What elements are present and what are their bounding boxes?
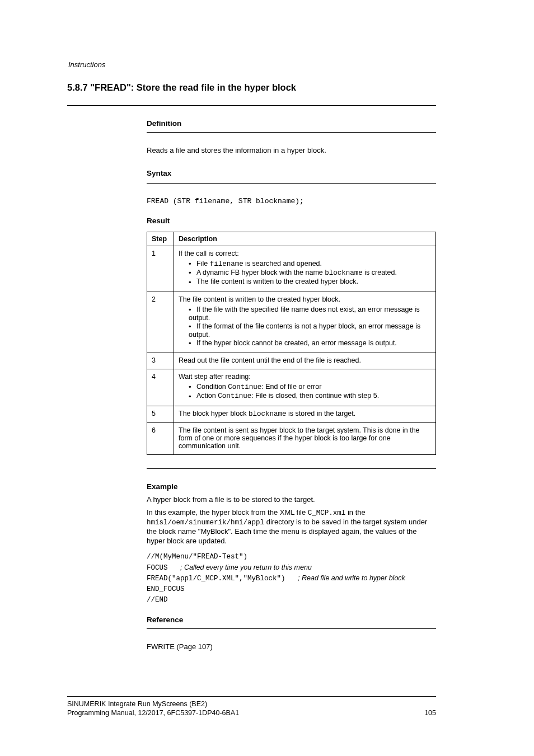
- table-row: 6The file content is sent as hyper block…: [147, 422, 436, 454]
- breadcrumb: Instructions: [68, 60, 105, 69]
- code-line: FOCUS ; Called every time you return to …: [147, 562, 436, 574]
- list-item: A dynamic FB hyper block with the name b…: [189, 269, 431, 277]
- step-number: 6: [147, 422, 174, 454]
- table-header-row: Step Description: [147, 232, 436, 246]
- result-table: Step Description 1If the call is correct…: [147, 232, 436, 455]
- definition-text: Reads a file and stores the information …: [147, 146, 436, 154]
- col-step: Step: [147, 232, 174, 246]
- footer-left: SINUMERIK Integrate Run MyScreens (BE2): [67, 700, 207, 708]
- example-text: A hyper block from a file is to be store…: [147, 495, 436, 546]
- table-row: 4Wait step after reading:Condition Conti…: [147, 369, 436, 406]
- step-number: 2: [147, 292, 174, 353]
- list-item: Action Continue: File is closed, then co…: [189, 392, 431, 400]
- page-footer: SINUMERIK Integrate Run MyScreens (BE2) …: [67, 696, 436, 717]
- list-item: The file content is written to the creat…: [189, 278, 431, 286]
- code-line: //END: [147, 595, 436, 605]
- step-description: Wait step after reading:Condition Contin…: [174, 369, 436, 406]
- code-line: //M(MyMenu/"FREAD-Test"): [147, 552, 436, 562]
- divider: [147, 183, 436, 184]
- syntax-title: Syntax: [147, 169, 436, 177]
- divider: [147, 628, 436, 629]
- reference-title: Reference: [147, 616, 436, 624]
- list-item: If the file with the specified file name…: [189, 306, 431, 322]
- step-description: The block hyper block blockname is store…: [174, 406, 436, 422]
- divider: [147, 468, 436, 469]
- divider: [67, 105, 436, 106]
- example-code: //M(MyMenu/"FREAD-Test")FOCUS ; Called e…: [147, 552, 436, 605]
- col-desc: Description: [174, 232, 436, 246]
- step-number: 1: [147, 246, 174, 292]
- footer-line2-left: Programming Manual, 12/2017, 6FC5397-1DP…: [67, 709, 239, 717]
- list-item: If the format of the file contents is no…: [189, 322, 431, 339]
- table-row: 3Read out the file content until the end…: [147, 353, 436, 369]
- list-item: If the hyper block cannot be created, an…: [189, 339, 431, 348]
- syntax-code: FREAD (STR filename, STR blockname);: [147, 197, 436, 205]
- example-title: Example: [147, 482, 436, 491]
- divider: [147, 132, 436, 133]
- result-title: Result: [147, 217, 436, 225]
- step-number: 4: [147, 369, 174, 406]
- example-para1: A hyper block from a file is to be store…: [147, 495, 436, 505]
- list-item: Condition Continue: End of file or error: [189, 383, 431, 391]
- page-header: Instructions: [67, 60, 436, 69]
- step-description: The file content is sent as hyper block …: [174, 422, 436, 454]
- code-line: END_FOCUS: [147, 584, 436, 595]
- step-description: The file content is written to the creat…: [174, 292, 436, 353]
- section-heading: 5.8.7 "FREAD": Store the read file in th…: [67, 82, 436, 93]
- step-number: 5: [147, 406, 174, 422]
- table-row: 5The block hyper block blockname is stor…: [147, 406, 436, 422]
- list-item: File filename is searched and opened.: [189, 260, 431, 268]
- definition-title: Definition: [147, 119, 436, 128]
- step-number: 3: [147, 353, 174, 369]
- table-row: 1If the call is correct:File filename is…: [147, 246, 436, 292]
- footer-line2-right: 105: [424, 709, 436, 717]
- reference-text: FWRITE (Page 107): [147, 642, 436, 651]
- code-line: FREAD("appl/C_MCP.XML","MyBlock") ; Read…: [147, 573, 436, 584]
- table-row: 2The file content is written to the crea…: [147, 292, 436, 353]
- step-description: Read out the file content until the end …: [174, 353, 436, 369]
- step-description: If the call is correct:File filename is …: [174, 246, 436, 292]
- example-para2: In this example, the hyper block from th…: [147, 508, 436, 546]
